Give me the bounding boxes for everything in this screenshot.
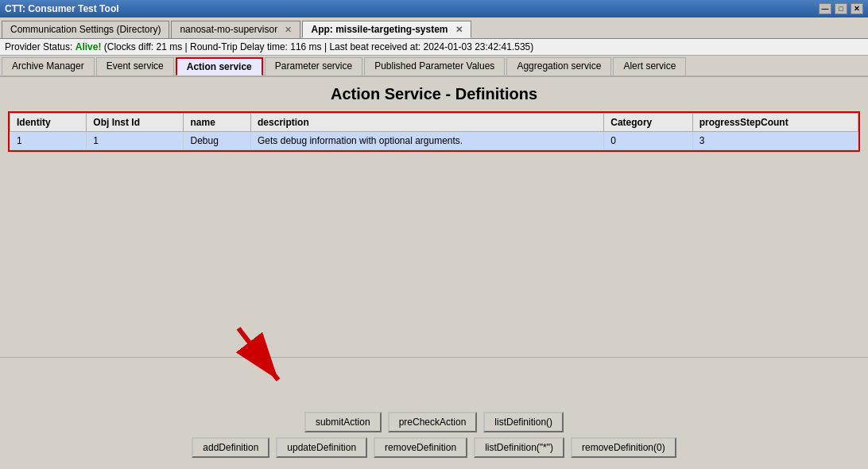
col-obj-inst-id: Obj Inst Id [87, 114, 184, 132]
table-header-row: Identity Obj Inst Id name description Ca… [10, 114, 858, 132]
service-tab-action-service[interactable]: Action service [176, 57, 263, 76]
title-bar: CTT: Consumer Test Tool — □ ✕ [0, 0, 868, 17]
cell-obj-inst-id: 1 [87, 132, 184, 150]
bottom-panel: submitAction preCheckAction listDefiniti… [0, 357, 868, 469]
table-wrapper: Identity Obj Inst Id name description Ca… [8, 111, 860, 152]
tab-nanosat-close-icon[interactable]: ✕ [285, 25, 292, 34]
service-tab-published-params[interactable]: Published Parameter Values [364, 57, 505, 76]
service-tab-archive-manager[interactable]: Archive Manager [2, 57, 95, 76]
definitions-table: Identity Obj Inst Id name description Ca… [10, 113, 858, 150]
tab-nanosat-supervisor[interactable]: nanosat-mo-supervisor ✕ [171, 21, 300, 38]
tab-missile-targeting[interactable]: App: missile-targeting-system ✕ [302, 21, 471, 38]
alive-status: Alive! [76, 41, 102, 52]
top-tab-bar: Communication Settings (Directory) nanos… [0, 17, 868, 39]
col-progress-step-count: progressStepCount [692, 114, 858, 132]
service-tab-aggregation-service[interactable]: Aggregation service [506, 57, 611, 76]
cell-category: 0 [604, 132, 692, 150]
arrow-container [0, 364, 868, 412]
service-tab-alert-service[interactable]: Alert service [613, 57, 686, 76]
cell-description: Gets debug information with optional arg… [251, 132, 604, 150]
table-row[interactable]: 1 1 Debug Gets debug information with op… [10, 132, 858, 150]
cell-name: Debug [184, 132, 251, 150]
window-controls[interactable]: — □ ✕ [819, 3, 863, 14]
cell-identity: 1 [10, 132, 87, 150]
close-button[interactable]: ✕ [851, 3, 863, 14]
button-row-2: addDefinition updateDefinition removeDef… [0, 437, 868, 458]
maximize-button[interactable]: □ [835, 3, 847, 14]
tab-missile-close-icon[interactable]: ✕ [455, 25, 463, 34]
col-name: name [184, 114, 251, 132]
add-definition-button[interactable]: addDefinition [192, 437, 269, 458]
button-row-1: submitAction preCheckAction listDefiniti… [0, 412, 868, 432]
col-description: description [251, 114, 604, 132]
minimize-button[interactable]: — [819, 3, 831, 14]
window-title: CTT: Consumer Test Tool [5, 3, 119, 14]
update-definition-button[interactable]: updateDefinition [276, 437, 367, 458]
status-bar: Provider Status: Alive! (Clocks diff: 21… [0, 39, 868, 56]
cell-progress-step-count: 3 [692, 132, 858, 150]
page-title: Action Service - Definitions [8, 85, 860, 103]
service-tab-parameter-service[interactable]: Parameter service [265, 57, 362, 76]
list-definition-star-button[interactable]: listDefinition("*") [474, 437, 564, 458]
remove-definition-0-button[interactable]: removeDefinition(0) [571, 437, 676, 458]
pre-check-action-button[interactable]: preCheckAction [388, 412, 478, 432]
remove-definition-button[interactable]: removeDefinition [374, 437, 467, 458]
tab-communication-settings[interactable]: Communication Settings (Directory) [2, 21, 169, 38]
submit-action-button[interactable]: submitAction [304, 412, 382, 432]
col-identity: Identity [10, 114, 87, 132]
service-tab-bar: Archive Manager Event service Action ser… [0, 56, 868, 77]
col-category: Category [604, 114, 692, 132]
list-definition-button[interactable]: listDefinition() [483, 412, 564, 432]
service-tab-event-service[interactable]: Event service [96, 57, 174, 76]
